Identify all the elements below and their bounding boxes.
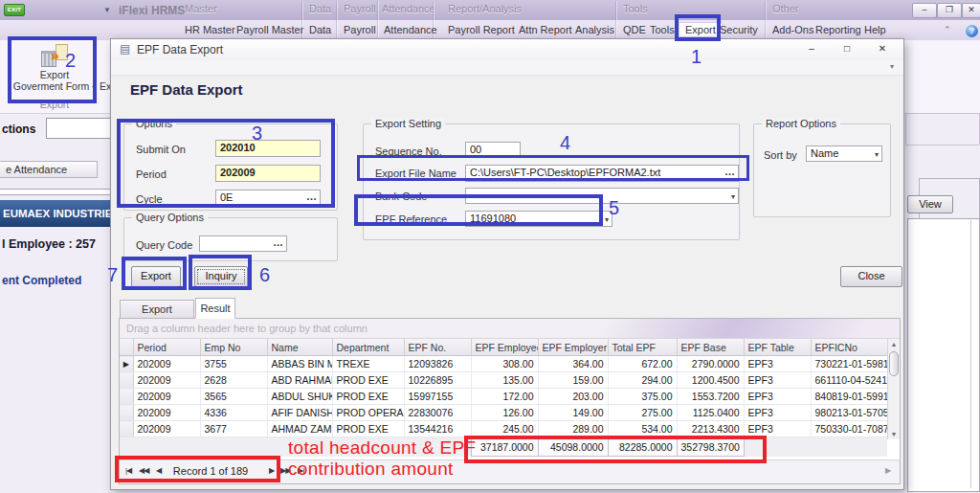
ellipsis-icon[interactable]: … xyxy=(273,235,283,250)
col-name[interactable]: Name xyxy=(267,339,332,356)
help-icon[interactable]: ? xyxy=(966,25,978,37)
menu-item-attn-report[interactable]: Attn Report xyxy=(519,24,572,35)
grid-cell: 202009 xyxy=(133,405,200,421)
chevron-down-icon[interactable]: ▾ xyxy=(875,147,879,162)
menu-item-tools[interactable]: Tools xyxy=(650,24,675,35)
nav-next-page-icon[interactable]: ▶▶ xyxy=(280,466,290,475)
scroll-thumb[interactable] xyxy=(889,351,899,376)
export-file-name-field[interactable]: C:\Users\FT-PC\Desktop\EPFORMA2.txt… xyxy=(465,165,739,182)
grid-cell: 15997155 xyxy=(404,389,471,405)
dialog-minimize-icon[interactable]: – xyxy=(799,42,824,56)
nav-hscroll-icon[interactable]: ▶ xyxy=(885,466,890,475)
ellipsis-icon[interactable]: … xyxy=(724,165,735,179)
menu-item-payroll[interactable]: Payroll xyxy=(344,24,376,35)
menu-item-payroll-master[interactable]: Payroll Master xyxy=(236,24,303,35)
chevron-down-icon[interactable]: ▾ xyxy=(731,190,735,204)
query-code-field[interactable]: … xyxy=(199,235,287,252)
ribbon-group-attendance[interactable]: Attendance xyxy=(382,3,435,14)
col-period[interactable]: Period xyxy=(133,339,200,356)
menu-item-payroll-report[interactable]: Payroll Report xyxy=(448,24,515,35)
inquiry-button[interactable]: Inquiry xyxy=(194,266,248,287)
sequence-no-field[interactable]: 00 xyxy=(465,142,521,158)
menu-item-reporting[interactable]: Reporting xyxy=(815,24,861,35)
total-epf-base: 352798.3700 xyxy=(677,437,744,457)
actions-input[interactable] xyxy=(46,118,111,139)
view-button[interactable]: View xyxy=(907,195,953,213)
export-button[interactable]: Export xyxy=(131,266,181,287)
col-epf-base[interactable]: EPF Base xyxy=(677,339,744,356)
epf-reference-dropdown[interactable]: 11691080▾ xyxy=(465,211,612,227)
menu-item-hr-master[interactable]: HR Master xyxy=(185,24,235,35)
submit-on-field[interactable]: 202010 xyxy=(215,140,321,157)
attendance-tab[interactable]: e Attendance xyxy=(0,161,98,178)
ribbon-group-tools[interactable]: Tools xyxy=(623,3,648,14)
dialog-title-bar[interactable]: ▤ EPF Data Export – □ ✕ xyxy=(111,39,903,61)
cycle-field[interactable]: 0E… xyxy=(215,190,321,207)
report-options-group: Report Options Sort by Name▾ xyxy=(753,123,891,217)
grid-cell: 3755 xyxy=(200,356,267,372)
nav-first-icon[interactable]: |◀ xyxy=(125,466,131,475)
vertical-scrollbar[interactable]: ▲ ▼ xyxy=(887,339,900,439)
menu-item-attendance[interactable]: Attendance xyxy=(384,24,437,35)
chevron-down-icon[interactable]: ▾ xyxy=(605,213,609,227)
query-options-caption: Query Options xyxy=(132,212,208,223)
menu-item-export[interactable]: Export xyxy=(679,22,723,37)
grid-cell: 750330-01-7087 xyxy=(811,421,887,437)
minimize-window-icon[interactable]: – xyxy=(912,3,937,18)
table-row[interactable]: 202009 3565 ABDUL SHUKU... PROD EXE 1599… xyxy=(120,389,887,405)
epf-data-export-dialog: ▤ EPF Data Export – □ ✕ ▾ EPF Data Expor… xyxy=(110,38,904,490)
employee-count-label: l Employee : 257 xyxy=(2,237,96,251)
ribbon-group-data[interactable]: Data xyxy=(309,3,331,14)
menu-item-data[interactable]: Data xyxy=(309,24,331,35)
ribbon-group-payroll[interactable]: Payroll xyxy=(344,3,376,14)
menu-item-analysis[interactable]: Analysis xyxy=(575,24,614,35)
col-epf-employee[interactable]: EPF Employee xyxy=(471,339,538,356)
col-department[interactable]: Department xyxy=(332,339,404,356)
table-row[interactable]: ▶ 202009 3755 ABBAS BIN MO... TREXE 1209… xyxy=(120,356,887,372)
chevron-down-icon[interactable]: ▼ xyxy=(103,6,111,14)
query-code-label: Query Code xyxy=(136,239,192,251)
table-row[interactable]: 202009 4336 AFIF DANISH ... PROD OPERA 2… xyxy=(120,405,887,421)
tab-result[interactable]: Result xyxy=(195,298,235,319)
col-emp-no[interactable]: Emp No xyxy=(200,339,267,356)
col-total-epf[interactable]: Total EPF xyxy=(608,339,677,356)
exit-button[interactable]: EXIT xyxy=(4,4,25,16)
scroll-up-icon[interactable]: ▲ xyxy=(888,341,900,347)
col-epf-table[interactable]: EPF Table xyxy=(744,339,811,356)
grid-cell: 22830076 xyxy=(404,405,471,421)
nav-next-icon[interactable]: ▶ xyxy=(269,466,274,475)
chevron-down-icon[interactable]: ▾ xyxy=(890,62,894,71)
tab-export-selection[interactable]: Export Selection xyxy=(120,300,194,319)
close-window-icon[interactable]: ✕ xyxy=(962,3,980,18)
ribbon-group-report-analysis[interactable]: Report/Analysis xyxy=(448,3,522,14)
grid-cell: 202009 xyxy=(133,372,200,389)
col-epf-employer[interactable]: EPF Employer xyxy=(538,339,608,356)
dialog-maximize-icon[interactable]: □ xyxy=(835,42,859,56)
period-field[interactable]: 202009 xyxy=(215,165,321,182)
nav-prev-page-icon[interactable]: ◀◀ xyxy=(139,466,148,475)
dialog-close-icon[interactable]: ✕ xyxy=(870,42,895,56)
col-epf-no[interactable]: EPF No. xyxy=(404,339,471,356)
menu-item-help[interactable]: Help xyxy=(864,24,886,35)
grid-cell: 2790.0000 xyxy=(677,356,744,372)
table-row[interactable]: 202009 2628 ABD RAHMAN ... PROD EXE 1022… xyxy=(120,372,887,389)
nav-last-icon[interactable]: ▶| xyxy=(298,466,303,475)
collapse-ribbon-icon[interactable]: ⌃ xyxy=(944,25,951,34)
ribbon-separator xyxy=(336,1,337,39)
ellipsis-icon[interactable]: … xyxy=(306,190,317,204)
close-button[interactable]: Close xyxy=(840,266,902,287)
table-row[interactable]: 202009 3677 AHMAD ZAMRI... PROD EXE 1354… xyxy=(120,421,887,437)
export-government-form-button[interactable]: » Export Goverment Form ▾ xyxy=(11,44,98,98)
menu-item-security[interactable]: Security xyxy=(720,24,758,35)
sort-by-dropdown[interactable]: Name▾ xyxy=(806,146,882,162)
bank-code-dropdown[interactable]: ▾ xyxy=(465,188,739,204)
restore-window-icon[interactable]: ❐ xyxy=(937,3,962,18)
ribbon-group-other[interactable]: Other xyxy=(772,3,799,14)
grid-cell: AFIF DANISH ... xyxy=(267,405,332,421)
menu-item-add-ons[interactable]: Add-Ons xyxy=(772,24,813,35)
scroll-down-icon[interactable]: ▼ xyxy=(888,431,900,437)
menu-item-qde[interactable]: QDE xyxy=(623,24,646,35)
ribbon-group-master[interactable]: Master xyxy=(185,3,217,14)
grid-cell: 4336 xyxy=(200,405,267,421)
col-epficno[interactable]: EPFICNo xyxy=(811,339,887,356)
